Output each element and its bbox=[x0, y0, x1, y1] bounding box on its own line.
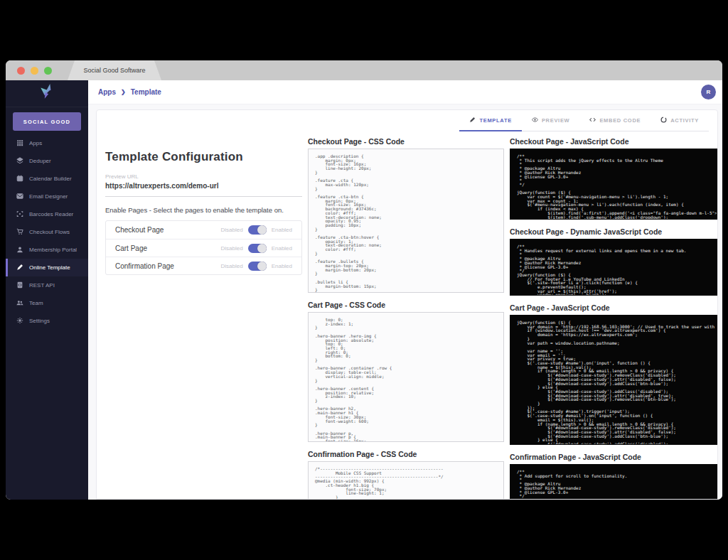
checkout-js-title: Checkout Page - JavaScript Code bbox=[510, 137, 717, 146]
page-row-confirmation: Confirmation Page Disabled Enabled bbox=[106, 257, 301, 274]
calendar-icon bbox=[16, 175, 23, 183]
enable-pages-list: Checkout Page Disabled Enabled Cart Page… bbox=[105, 220, 302, 275]
cart-css-title: Cart Page - CSS Code bbox=[308, 301, 504, 309]
checkout-css-editor[interactable]: .app .description { margin: 0px; font-si… bbox=[308, 149, 504, 293]
hummingbird-logo-icon bbox=[38, 83, 56, 104]
sidebar-item-email-designer[interactable]: Email Designer bbox=[6, 188, 88, 205]
sidebar-item-team[interactable]: Team bbox=[6, 294, 88, 312]
sidebar-item-label: Membership Portal bbox=[29, 247, 77, 253]
sidebar-item-label: Email Designer bbox=[29, 193, 68, 200]
confirmation-js-editor[interactable]: /** * Add support for scroll to function… bbox=[510, 464, 717, 500]
sidebar-item-label: Deduper bbox=[29, 158, 51, 164]
envelope-icon bbox=[16, 193, 23, 201]
sidebar-item-membership-portal[interactable]: Membership Portal bbox=[6, 241, 88, 259]
tab-template[interactable]: TEMPLATE bbox=[459, 110, 521, 131]
brand-label: SOCIAL GOOD bbox=[23, 119, 70, 125]
browser-tab-title: Social Good Software bbox=[83, 67, 145, 74]
browser-window: Social Good Software SOCIAL GOOD bbox=[6, 60, 722, 500]
cart-css-editor[interactable]: top: 0; z-index: 1; } .hero-banner .hero… bbox=[308, 312, 504, 442]
sidebar-item-label: Calendar Builder bbox=[29, 176, 72, 182]
confirmation-css-title: Confirmation Page - CSS Code bbox=[308, 450, 504, 458]
checkout-dynamic-js-code: /** * Handles request for external links… bbox=[517, 244, 710, 296]
minimize-window-button[interactable] bbox=[31, 67, 38, 75]
confirmation-js-title: Confirmation Page - JavaScript Code bbox=[510, 453, 717, 461]
apps-grid-icon bbox=[16, 139, 23, 148]
checkout-dynamic-js-editor[interactable]: /** * Handles request for external links… bbox=[510, 239, 717, 296]
sidebar: SOCIAL GOOD Apps Deduper Calendar Builde… bbox=[6, 80, 88, 500]
pen-icon bbox=[469, 117, 476, 124]
pen-icon bbox=[16, 264, 23, 272]
page-title: Template Configuration bbox=[105, 150, 302, 164]
tab-label: TEMPLATE bbox=[479, 117, 511, 124]
toggle-knob bbox=[257, 225, 267, 235]
sidebar-item-apps[interactable]: Apps bbox=[6, 134, 88, 152]
sidebar-item-label: Barcodes Reader bbox=[29, 211, 73, 217]
eye-icon bbox=[532, 117, 538, 124]
disabled-label: Disabled bbox=[221, 245, 243, 252]
tab-embed-code[interactable]: EMBED CODE bbox=[579, 110, 651, 131]
sidebar-item-deduper[interactable]: Deduper bbox=[6, 152, 88, 170]
cart-js-editor[interactable]: jQuery(function ($) { var domain = 'http… bbox=[510, 315, 717, 445]
code-brackets-icon bbox=[16, 281, 23, 290]
breadcrumb-template-link[interactable]: Template bbox=[131, 88, 161, 96]
checkout-css-title: Checkout Page - CSS Code bbox=[308, 137, 504, 146]
sidebar-item-label: Settings bbox=[29, 318, 50, 324]
tab-activity[interactable]: ACTIVITY bbox=[651, 110, 709, 131]
breadcrumb-apps-link[interactable]: Apps bbox=[98, 88, 116, 96]
preview-url-input[interactable]: https://altruexperts.com/demo-url bbox=[105, 182, 302, 190]
sidebar-item-label: Team bbox=[29, 300, 43, 306]
chevron-right-icon: ❯ bbox=[121, 89, 126, 95]
cart-js-title: Cart Page - JavaScript Code bbox=[510, 303, 717, 312]
tab-bar: TEMPLATE PREVIEW EMBED CODE bbox=[459, 110, 709, 131]
activity-circle-icon bbox=[660, 117, 667, 124]
sidebar-item-label: REST API bbox=[29, 282, 55, 289]
sidebar-nav: Apps Deduper Calendar Builder Email Desi… bbox=[6, 134, 88, 330]
enabled-label: Enabled bbox=[272, 227, 292, 233]
checkout-css-code: .app .description { margin: 0px; font-si… bbox=[315, 154, 497, 292]
user-avatar[interactable]: R bbox=[701, 85, 716, 99]
sidebar-item-rest-api[interactable]: REST API bbox=[6, 276, 88, 294]
team-icon bbox=[16, 299, 23, 308]
tab-preview[interactable]: PREVIEW bbox=[522, 110, 580, 131]
zoom-window-button[interactable] bbox=[44, 67, 52, 75]
app-logo[interactable] bbox=[6, 80, 88, 107]
avatar-initial: R bbox=[707, 89, 711, 95]
sidebar-item-settings[interactable]: Settings bbox=[6, 312, 88, 330]
checkout-page-toggle[interactable] bbox=[248, 225, 267, 235]
browser-tab[interactable]: Social Good Software bbox=[68, 60, 161, 80]
page-row-checkout: Checkout Page Disabled Enabled bbox=[106, 221, 301, 239]
sidebar-item-label: Checkout Flows bbox=[29, 229, 70, 235]
breadcrumb: Apps ❯ Template bbox=[98, 88, 161, 96]
code-brackets-icon bbox=[589, 117, 596, 124]
sidebar-item-online-template[interactable]: Online Template bbox=[6, 259, 88, 276]
enabled-label: Enabled bbox=[272, 263, 292, 269]
checkout-js-editor[interactable]: /** * This script adds the jQuery effect… bbox=[510, 149, 717, 220]
divider bbox=[105, 196, 302, 197]
checkout-js-code: /** * This script adds the jQuery effect… bbox=[517, 154, 710, 219]
template-config-card: TEMPLATE PREVIEW EMBED CODE bbox=[96, 109, 718, 500]
cart-page-toggle[interactable] bbox=[248, 244, 267, 253]
enabled-label: Enabled bbox=[272, 245, 292, 252]
social-good-brand-button[interactable]: SOCIAL GOOD bbox=[13, 112, 81, 131]
cart-js-code: jQuery(function ($) { var domain = 'http… bbox=[517, 321, 710, 445]
confirmation-css-code: /*--------------------------------------… bbox=[315, 467, 497, 500]
person-icon bbox=[16, 246, 23, 254]
sidebar-item-calendar-builder[interactable]: Calendar Builder bbox=[6, 170, 88, 188]
layers-icon bbox=[16, 157, 23, 166]
enable-pages-description: Enable Pages - Select the pages to enabl… bbox=[105, 206, 302, 214]
toggle-knob bbox=[257, 262, 267, 271]
sidebar-item-barcodes-reader[interactable]: Barcodes Reader bbox=[6, 205, 88, 223]
tab-label: ACTIVITY bbox=[670, 117, 699, 124]
confirmation-page-toggle[interactable] bbox=[248, 262, 267, 271]
confirmation-js-code: /** * Add support for scroll to function… bbox=[517, 470, 710, 500]
confirmation-css-editor[interactable]: /*--------------------------------------… bbox=[308, 461, 504, 500]
close-window-button[interactable] bbox=[17, 67, 25, 75]
barcode-scan-icon bbox=[16, 210, 23, 219]
sidebar-item-checkout-flows[interactable]: Checkout Flows bbox=[6, 223, 88, 241]
sidebar-item-label: Apps bbox=[29, 140, 42, 146]
page-row-label: Checkout Page bbox=[115, 226, 221, 234]
browser-titlebar: Social Good Software bbox=[6, 60, 722, 80]
page-row-label: Cart Page bbox=[115, 244, 221, 252]
gear-icon bbox=[16, 317, 23, 325]
page-row-cart: Cart Page Disabled Enabled bbox=[106, 239, 301, 257]
